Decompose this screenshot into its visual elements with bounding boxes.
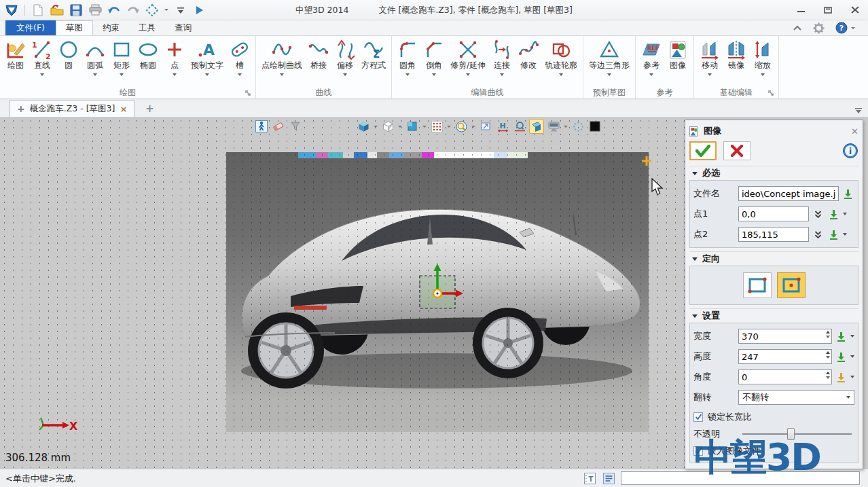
zoom-circle-icon[interactable]: [454, 119, 469, 134]
app-logo-icon[interactable]: [4, 3, 19, 18]
background-color-icon[interactable]: [587, 119, 602, 134]
expand-chevrons-icon[interactable]: [812, 228, 825, 241]
save-icon[interactable]: [69, 3, 84, 18]
ribbon-item-mirror[interactable]: 镜像: [723, 38, 749, 77]
ribbon-item-move[interactable]: 移动: [697, 38, 723, 77]
pick-width-icon[interactable]: [835, 330, 848, 343]
point1-input[interactable]: [738, 206, 809, 221]
ribbon-item-chamfer[interactable]: 倒角: [421, 38, 447, 77]
help-icon[interactable]: ?: [835, 22, 856, 34]
ribbon-item-scale[interactable]: 缩放: [750, 38, 776, 77]
ribbon-item-equilateral-triangle[interactable]: 等边三角形: [586, 38, 632, 77]
ribbon-item-trim-extend[interactable]: 修剪/延伸: [448, 38, 488, 77]
ribbon-item-track-profile[interactable]: 轨迹轮廓: [542, 38, 580, 77]
dropdown-caret-icon[interactable]: [205, 73, 209, 76]
filename-input[interactable]: [738, 186, 839, 201]
help-dropdown-caret[interactable]: [851, 27, 855, 29]
ribbon-item-arc[interactable]: 圆弧: [82, 38, 108, 77]
close-button[interactable]: [846, 3, 864, 16]
lock-aspect-checkbox[interactable]: [693, 412, 703, 422]
shaded-display-icon[interactable]: [356, 119, 371, 134]
monitor-icon[interactable]: [546, 119, 561, 134]
plane-display-icon[interactable]: [405, 119, 420, 134]
dim-radial-icon[interactable]: [512, 119, 527, 134]
angle-input[interactable]: [738, 369, 832, 384]
redo-icon[interactable]: [126, 3, 141, 18]
play-icon[interactable]: [192, 3, 207, 18]
panel-close-icon[interactable]: ✕: [851, 126, 858, 137]
dropdown-caret-icon[interactable]: [432, 73, 436, 76]
dotted-circle-icon[interactable]: [571, 119, 585, 134]
dropdown-caret-icon[interactable]: [343, 73, 347, 76]
exit-sketch-icon[interactable]: [254, 119, 269, 134]
dropdown-caret-icon[interactable]: [40, 73, 44, 76]
ribbon-item-slot[interactable]: 槽: [227, 38, 253, 77]
drag-handle-manipulator[interactable]: [409, 259, 470, 315]
settings-section-header[interactable]: 设置: [689, 308, 858, 323]
dim-horizontal-icon[interactable]: H: [495, 119, 510, 134]
ribbon-item-line[interactable]: 12 直线: [29, 38, 55, 77]
required-section-header[interactable]: 必选: [689, 166, 858, 180]
orient-corner-button[interactable]: [743, 272, 772, 298]
ok-button[interactable]: [689, 141, 717, 160]
settings-gear-icon[interactable]: [813, 22, 825, 34]
dropdown-caret-icon[interactable]: [708, 73, 712, 76]
zoom-circle-caret[interactable]: [471, 126, 475, 128]
dropdown-caret-icon[interactable]: [173, 73, 177, 76]
tab-sketch[interactable]: 草图: [56, 20, 93, 35]
print-icon[interactable]: [88, 3, 103, 18]
point-grid-icon[interactable]: [429, 119, 444, 134]
pick-height-icon[interactable]: [835, 350, 848, 363]
dropdown-caret-icon[interactable]: [559, 73, 563, 76]
open-file-icon[interactable]: [50, 3, 65, 18]
dropdown-caret-icon[interactable]: [93, 73, 97, 76]
ribbon-item-equation[interactable]: Σ 方程式: [359, 38, 388, 77]
angle-spinner[interactable]: [826, 372, 830, 379]
cancel-button[interactable]: [723, 141, 751, 160]
monitor-caret[interactable]: [564, 126, 568, 128]
wireframe-display-icon[interactable]: [380, 119, 395, 134]
dropdown-caret-icon[interactable]: [280, 73, 284, 76]
ribbon-item-connect[interactable]: 连接: [489, 38, 515, 77]
expand-chevrons-icon[interactable]: [812, 208, 825, 221]
ribbon-item-ellipse[interactable]: 椭圆: [135, 38, 161, 77]
filter-icon[interactable]: [288, 119, 303, 134]
minimize-button[interactable]: [792, 3, 810, 16]
info-button[interactable]: i: [842, 143, 858, 159]
pick-options-caret[interactable]: [850, 335, 854, 338]
plane-display-caret[interactable]: [422, 126, 427, 128]
document-tab[interactable]: + 概念跑车.Z3 - [草图3] ×: [10, 100, 134, 117]
tab-constraint[interactable]: 约束: [93, 20, 129, 35]
ribbon-item-offset[interactable]: 偏移: [332, 38, 358, 77]
regen-icon[interactable]: [145, 3, 160, 18]
regen-dropdown-caret[interactable]: [164, 9, 168, 11]
dialog-launcher-icon[interactable]: [245, 90, 251, 96]
text-annotation-icon[interactable]: T: [583, 471, 596, 485]
point2-input[interactable]: [738, 227, 809, 242]
command-log-icon[interactable]: [602, 471, 615, 485]
zoom-window-icon[interactable]: [478, 119, 493, 134]
ribbon-item-fillet[interactable]: 圆角: [395, 38, 420, 77]
ribbon-item-point[interactable]: 点: [162, 38, 187, 77]
collapse-ribbon-icon[interactable]: [793, 25, 802, 31]
pick-options-caret[interactable]: [850, 376, 854, 378]
restore-button[interactable]: [819, 3, 837, 16]
width-input[interactable]: [738, 329, 832, 344]
new-file-icon[interactable]: [31, 3, 46, 18]
ribbon-item-modify[interactable]: 修改: [516, 38, 541, 77]
pick-point-icon[interactable]: [827, 208, 840, 221]
ribbon-item-circle[interactable]: 圆: [56, 38, 82, 77]
pick-options-caret[interactable]: [843, 233, 847, 236]
height-spinner[interactable]: [826, 351, 830, 359]
dropdown-caret-icon[interactable]: [607, 73, 611, 76]
pick-options-caret[interactable]: [850, 355, 854, 358]
dropdown-caret-icon[interactable]: [466, 73, 470, 76]
height-input[interactable]: [738, 349, 832, 364]
undo-icon[interactable]: [107, 3, 122, 18]
orient-center-button[interactable]: [777, 272, 806, 298]
flip-select[interactable]: 不翻转: [738, 390, 854, 405]
ribbon-item-text[interactable]: A 预制文字: [188, 38, 226, 77]
dropdown-caret-icon[interactable]: [120, 73, 124, 76]
file-menu-button[interactable]: 文件(F): [5, 20, 56, 35]
image-plane-icon[interactable]: [529, 119, 544, 134]
